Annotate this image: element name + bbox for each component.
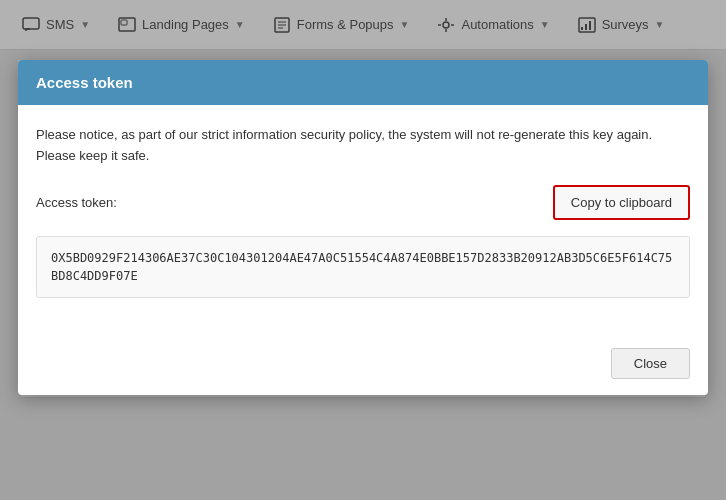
modal-footer: Close bbox=[18, 338, 708, 395]
access-token-row: Access token: Copy to clipboard bbox=[36, 185, 690, 220]
close-button[interactable]: Close bbox=[611, 348, 690, 379]
access-token-label: Access token: bbox=[36, 195, 117, 210]
access-token-modal: Access token Please notice, as part of o… bbox=[18, 60, 708, 395]
modal-header: Access token bbox=[18, 60, 708, 105]
modal-notice-text: Please notice, as part of our strict inf… bbox=[36, 125, 690, 167]
copy-to-clipboard-button[interactable]: Copy to clipboard bbox=[553, 185, 690, 220]
modal-body: Please notice, as part of our strict inf… bbox=[18, 105, 708, 338]
modal-overlay: Access token Please notice, as part of o… bbox=[0, 0, 726, 500]
token-value-box: 0X5BD0929F214306AE37C30C104301204AE47A0C… bbox=[36, 236, 690, 298]
modal-title: Access token bbox=[36, 74, 133, 91]
